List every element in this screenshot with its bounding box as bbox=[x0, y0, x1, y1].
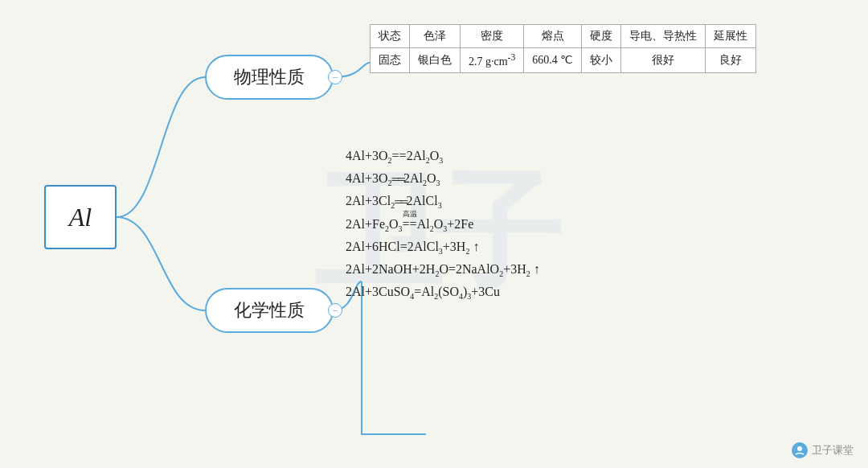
header-hardness: 硬度 bbox=[582, 25, 621, 48]
al-node: Al bbox=[44, 185, 117, 249]
table-data-row: 固态 银白色 2.7 g·cm-3 660.4 ℃ 较小 很好 良好 bbox=[371, 48, 756, 73]
header-ductility: 延展性 bbox=[706, 25, 756, 48]
branding: 卫子课堂 bbox=[792, 442, 854, 458]
equation-5: 2Al+6HCl=2AlCl3+3H2 ↑ bbox=[346, 240, 540, 256]
equation-3: 2Al+3Cl2══2AlCl3 bbox=[346, 194, 540, 210]
physics-label: 物理性质 bbox=[234, 65, 305, 89]
equations-area: 4Al+3O2==2Al2O3 4Al+3O2══2Al2O3 2Al+3Cl2… bbox=[346, 149, 540, 301]
svg-point-0 bbox=[797, 446, 802, 451]
cell-color: 银白色 bbox=[410, 48, 461, 73]
cell-density: 2.7 g·cm-3 bbox=[461, 48, 524, 73]
table-header-row: 状态 色泽 密度 熔点 硬度 导电、导热性 延展性 bbox=[371, 25, 756, 48]
cell-hardness: 较小 bbox=[582, 48, 621, 73]
header-conductivity: 导电、导热性 bbox=[621, 25, 706, 48]
header-melting: 熔点 bbox=[524, 25, 582, 48]
chemistry-branch-node[interactable]: 化学性质 − bbox=[205, 288, 334, 333]
physics-collapse-icon[interactable]: − bbox=[328, 70, 342, 84]
main-container: 卫子 Al 物理性质 − 化学性质 − 状态 色泽 密度 熔点 bbox=[0, 0, 868, 468]
brand-icon bbox=[792, 442, 808, 458]
equation-6: 2Al+2NaOH+2H2O=2NaAlO2+3H2 ↑ bbox=[346, 262, 540, 278]
equation-4: 2Al+Fe2O3高温==Al2O3+2Fe bbox=[346, 217, 540, 233]
header-density: 密度 bbox=[461, 25, 524, 48]
al-label: Al bbox=[69, 203, 92, 232]
chemistry-label: 化学性质 bbox=[234, 298, 305, 322]
equation-1: 4Al+3O2==2Al2O3 bbox=[346, 149, 540, 165]
header-color: 色泽 bbox=[410, 25, 461, 48]
cell-conductivity: 很好 bbox=[621, 48, 706, 73]
chemistry-collapse-icon[interactable]: − bbox=[328, 303, 342, 318]
brand-text: 卫子课堂 bbox=[812, 443, 854, 458]
header-state: 状态 bbox=[371, 25, 410, 48]
cell-state: 固态 bbox=[371, 48, 410, 73]
cell-ductility: 良好 bbox=[706, 48, 756, 73]
properties-table: 状态 色泽 密度 熔点 硬度 导电、导热性 延展性 固态 银白色 2.7 g·c… bbox=[370, 24, 756, 73]
equation-2: 4Al+3O2══2Al2O3 bbox=[346, 171, 540, 187]
cell-melting: 660.4 ℃ bbox=[524, 48, 582, 73]
physics-branch-node[interactable]: 物理性质 − bbox=[205, 55, 334, 100]
equation-7: 2Al+3CuSO4=Al2(SO4)3+3Cu bbox=[346, 285, 540, 301]
